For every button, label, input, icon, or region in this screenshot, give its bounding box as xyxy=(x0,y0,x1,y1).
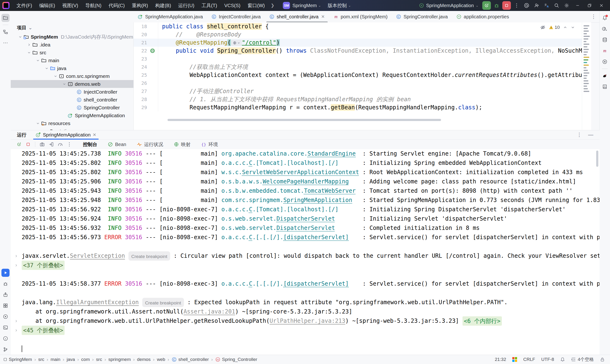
notifications-bell-icon[interactable] xyxy=(601,14,609,22)
tab-close-icon[interactable]: ✕ xyxy=(321,14,325,19)
menu-0[interactable]: 文件(F) xyxy=(13,1,36,10)
folded-frames-chip[interactable]: <45 个折叠帧> xyxy=(22,326,65,335)
chev-open-icon[interactable] xyxy=(45,66,49,70)
editor-minimap[interactable] xyxy=(582,22,591,130)
console-link[interactable]: ServletWebServerApplicationContext xyxy=(242,168,359,177)
console-link[interactable]: IllegalArgumentException xyxy=(56,298,139,307)
menu-10[interactable]: 窗口(W) xyxy=(244,1,268,10)
window-close-button[interactable] xyxy=(596,0,607,11)
editor-tab-SpringMemApplication.java[interactable]: SpringMemApplication.java xyxy=(133,11,207,22)
settings-gear-icon[interactable] xyxy=(562,1,571,10)
run-panel-options-kebab-icon[interactable]: ⋮ xyxy=(577,132,582,138)
console-link[interactable]: WelcomePageHandlerMapping xyxy=(263,177,349,186)
chev-open-icon[interactable] xyxy=(63,82,66,86)
code-line-22[interactable]: 22 public void Spring_Controller() throw… xyxy=(134,47,591,55)
project-panel-chevron-icon[interactable]: ⌄ xyxy=(28,25,32,30)
git-branch-tool-button[interactable] xyxy=(1,345,10,353)
folded-frames-chip[interactable]: <6 个内部行> xyxy=(463,316,502,326)
editor-horizontal-scrollbar[interactable] xyxy=(168,119,441,121)
run-console[interactable]: 2025-11-05 13:45:25.738 INFO 30516 --- [… xyxy=(11,149,599,355)
tree-item-src[interactable]: src xyxy=(11,49,133,56)
highlight-off-icon[interactable] xyxy=(540,25,545,30)
console-link[interactable]: SpringMemApplication xyxy=(283,195,352,205)
chev-open-icon[interactable] xyxy=(27,51,31,54)
run-tab-close-icon[interactable]: ✕ xyxy=(93,132,96,137)
chev-open-icon[interactable] xyxy=(36,59,40,62)
code-line-28[interactable]: 28 // 1. 从当前上下文环境中获得 RequestMappingHandl… xyxy=(134,95,591,104)
readonly-lock-icon[interactable] xyxy=(600,357,605,362)
tree-item-shell_controller[interactable]: C shell_controller xyxy=(11,96,133,104)
menu-4[interactable]: 代码(C) xyxy=(105,1,129,10)
breadcrumb-item-java[interactable]: java xyxy=(67,357,75,362)
thread-dump-camera-icon[interactable] xyxy=(38,140,46,148)
code-editor[interactable]: 18public class shell_controller {20 // @… xyxy=(133,22,591,130)
notifications-muted-icon[interactable] xyxy=(560,357,565,362)
breadcrumb-item-springmem[interactable]: springmem xyxy=(108,357,131,362)
plugin-x-tool-button[interactable] xyxy=(601,58,609,66)
ai-at-icon[interactable] xyxy=(522,1,531,10)
stop-application-button[interactable] xyxy=(24,140,32,148)
open-in-frame-icon[interactable] xyxy=(47,140,55,148)
run-config-tab[interactable]: SpringMemApplication ✕ xyxy=(33,130,99,139)
run-view-tab-控制台[interactable]: 控制台 xyxy=(83,141,97,148)
editor-tab-shell_controller.java[interactable]: Cshell_controller.java ✕ xyxy=(265,11,329,22)
tree-item-SpringMem[interactable]: SpringMem D:\JavaCode\内存马\SpringMem xyxy=(11,33,133,41)
menu-8[interactable]: 工具(T) xyxy=(198,1,221,10)
console-link[interactable]: TomcatWebServer xyxy=(304,186,356,195)
console-link[interactable]: ServletException xyxy=(70,251,125,260)
fold-expand-chevron-icon[interactable] xyxy=(14,263,18,267)
profiler-gauge-icon[interactable] xyxy=(56,140,64,148)
search-everywhere-icon[interactable] xyxy=(552,1,561,10)
editor-tab-application.properties[interactable]: application.properties xyxy=(452,11,513,22)
chev-closed-icon[interactable] xyxy=(27,43,31,47)
create-breakpoint-chip[interactable]: Create breakpoint xyxy=(129,251,170,260)
stop-button[interactable] xyxy=(502,1,511,10)
menu-2[interactable]: 视图(V) xyxy=(59,1,82,10)
create-breakpoint-chip[interactable]: Create breakpoint xyxy=(142,298,184,307)
code-line-26[interactable]: 26 xyxy=(134,79,591,87)
fold-expand-chevron-icon[interactable] xyxy=(14,254,18,258)
dictionary-book-tool-button[interactable]: A xyxy=(601,83,609,91)
run-view-tab-环境[interactable]: {}环境 xyxy=(201,141,218,148)
debug-button[interactable] xyxy=(492,1,501,10)
editor-tab-pom.xml (SpringMem)[interactable]: mpom.xml (SpringMem) xyxy=(329,11,392,22)
console-link[interactable]: Assert.java:201 xyxy=(183,307,235,316)
editor-tab-SpringController.java[interactable]: CSpringController.java xyxy=(392,11,452,22)
tree-item-com.src.springmem[interactable]: com.src.springmem xyxy=(11,72,133,80)
next-problem-chevron-icon[interactable] xyxy=(571,25,575,29)
tree-item-InjectController[interactable]: C InjectController xyxy=(11,88,133,96)
breadcrumb-item-src[interactable]: src xyxy=(38,357,44,362)
more-actions-kebab-icon[interactable] xyxy=(512,1,521,10)
prev-problem-chevron-icon[interactable] xyxy=(563,25,567,29)
menu-7[interactable]: 运行(U) xyxy=(175,1,198,10)
tree-item-java[interactable]: java xyxy=(11,64,133,72)
indent-widget[interactable]: 4个空格 xyxy=(578,356,594,363)
tree-item-resources[interactable]: resources xyxy=(11,119,133,127)
code-line-27[interactable]: 27 //手动注册Controller xyxy=(134,87,591,95)
code-line-24[interactable]: 24 //获取当前上下文环境 xyxy=(134,63,591,71)
console-link[interactable]: C xyxy=(249,233,252,242)
breadcrumb-item-web[interactable]: web xyxy=(157,357,165,362)
url-mapping-inlay[interactable] xyxy=(231,40,242,46)
console-link[interactable]: [dispatcherServlet] xyxy=(283,279,349,288)
commit-tool-button[interactable] xyxy=(1,291,10,299)
menu-6[interactable]: 构建(B) xyxy=(152,1,175,10)
code-line-25[interactable]: 25 WebApplicationContext context = (WebA… xyxy=(134,71,591,79)
tree-item-static[interactable]: static xyxy=(11,127,133,130)
mapping-gutter-icon[interactable] xyxy=(150,48,155,53)
console-vertical-scrollbar[interactable] xyxy=(596,151,598,167)
code-line-23[interactable]: 23 xyxy=(134,55,591,63)
code-with-me-icon[interactable] xyxy=(532,1,541,10)
services-tool-button[interactable] xyxy=(1,302,10,310)
breadcrumb-item-shell_controller[interactable]: Cshell_controller xyxy=(171,357,209,362)
translate-icon[interactable]: 文A xyxy=(542,1,551,10)
run-panel-hide-icon[interactable]: — xyxy=(588,132,593,138)
window-minimize-button[interactable] xyxy=(572,0,583,11)
run-view-tab-Bean[interactable]: Bean xyxy=(108,142,126,147)
console-link[interactable]: UrlPathHelper.java:213 xyxy=(270,316,345,326)
chev-open-icon[interactable] xyxy=(36,121,40,125)
editor-tab-InjectController.java[interactable]: CInjectController.java xyxy=(207,11,265,22)
tab-options-kebab-icon[interactable]: ⋮ xyxy=(591,13,596,20)
chev-open-icon[interactable] xyxy=(18,35,22,39)
more-tool-button[interactable] xyxy=(1,39,10,47)
